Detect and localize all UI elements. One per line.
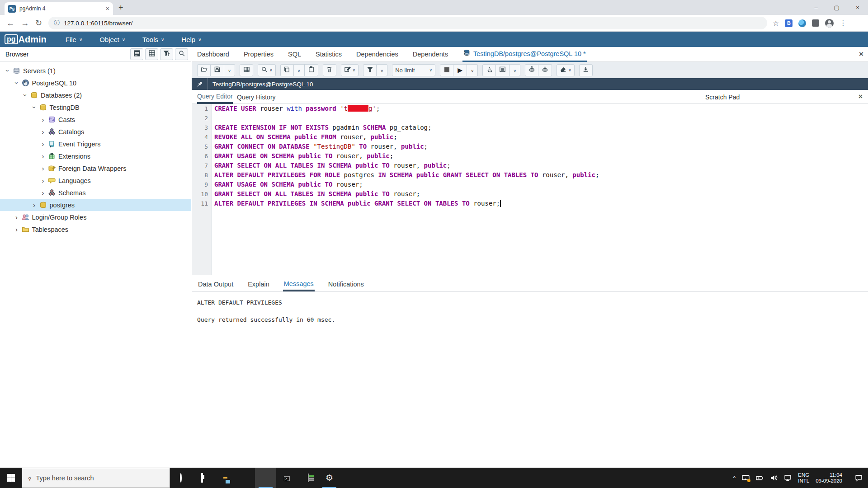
collapse-chevron-icon[interactable]: ›: [13, 80, 20, 86]
edit-button[interactable]: ∨: [341, 64, 359, 76]
output-tab-messages[interactable]: Messages: [283, 277, 315, 291]
collapse-chevron-icon[interactable]: ›: [22, 92, 29, 99]
tab-properties[interactable]: Properties: [244, 51, 274, 58]
expand-chevron-icon[interactable]: ›: [40, 164, 46, 172]
forward-icon[interactable]: →: [21, 19, 29, 28]
expand-chevron-icon[interactable]: ›: [40, 116, 46, 123]
taskbar-terminal-button[interactable]: >_: [276, 468, 297, 488]
cancel-query-button[interactable]: [440, 64, 453, 76]
code-line[interactable]: 10GRANT SELECT ON ALL TABLES IN SCHEMA p…: [192, 189, 701, 199]
taskbar-firefox-button[interactable]: [234, 468, 255, 488]
action-center-icon[interactable]: [855, 474, 863, 482]
clock[interactable]: 11:0409-09-2020: [816, 472, 842, 484]
scratch-pad-divider[interactable]: [701, 90, 701, 275]
explain-button[interactable]: [482, 64, 496, 76]
menu-object[interactable]: Object∨: [99, 36, 125, 43]
tab-statistics[interactable]: Statistics: [316, 51, 342, 58]
tree-item-testingdb[interactable]: ›TestingDB: [0, 101, 191, 113]
paste-button[interactable]: [305, 64, 318, 76]
expand-chevron-icon[interactable]: ›: [40, 152, 46, 160]
tree-item-databases-2-[interactable]: ›Databases (2): [0, 89, 191, 101]
taskbar-explorer-button[interactable]: [212, 468, 234, 488]
execute-button[interactable]: ▶: [453, 64, 467, 76]
hidden-icons-chevron[interactable]: ^: [733, 475, 736, 481]
save-button[interactable]: [211, 64, 224, 76]
menu-help[interactable]: Help∨: [181, 36, 201, 43]
output-tab-explain[interactable]: Explain: [247, 277, 270, 291]
tree-item-languages[interactable]: ›Languages: [0, 174, 191, 187]
scratch-pad-close-icon[interactable]: ×: [859, 93, 863, 101]
code-line[interactable]: 7GRANT SELECT ON ALL TABLES IN SCHEMA pu…: [192, 161, 701, 170]
tab-dashboard[interactable]: Dashboard: [197, 51, 229, 58]
delete-button[interactable]: [323, 64, 336, 76]
expand-chevron-icon[interactable]: ›: [31, 201, 38, 209]
menu-tools[interactable]: Tools∨: [142, 36, 164, 43]
save-options-button[interactable]: ∨: [224, 64, 235, 76]
panel-close-icon[interactable]: ×: [859, 50, 863, 59]
code-line[interactable]: 9GRANT USAGE ON SCHEMA public TO rouser;: [192, 180, 701, 189]
tab-query-history[interactable]: Query History: [237, 90, 276, 104]
expand-chevron-icon[interactable]: ›: [14, 225, 20, 233]
collapse-chevron-icon[interactable]: ›: [4, 68, 12, 74]
menu-kebab-icon[interactable]: ⋮: [840, 19, 847, 27]
download-csv-button[interactable]: [579, 64, 593, 76]
tree-item-casts[interactable]: ›Casts: [0, 113, 191, 126]
code-line[interactable]: 4REVOKE ALL ON SCHEMA public FROM rouser…: [192, 132, 701, 142]
taskbar-taskview-button[interactable]: [191, 468, 212, 488]
tree-item-login-group-roles[interactable]: ›Login/Group Roles: [0, 211, 191, 223]
commit-button[interactable]: [525, 64, 538, 76]
cast-icon[interactable]: [742, 474, 750, 482]
save-data-changes-button[interactable]: [240, 64, 253, 76]
taskbar-chrome-button[interactable]: [255, 468, 276, 488]
clear-button[interactable]: ∨: [557, 64, 575, 76]
row-limit-select[interactable]: No limit∨: [392, 64, 435, 76]
explain-analyze-button[interactable]: [496, 64, 509, 76]
tree-item-extensions[interactable]: ›Extensions: [0, 150, 191, 162]
menu-file[interactable]: File∨: [66, 36, 83, 43]
code-line[interactable]: 6GRANT USAGE ON SCHEMA public TO rouser,…: [192, 151, 701, 161]
expand-chevron-icon[interactable]: ›: [40, 189, 46, 197]
output-tab-data-output[interactable]: Data Output: [197, 277, 234, 291]
expand-chevron-icon[interactable]: ›: [40, 177, 46, 184]
tree-item-catalogs[interactable]: ›Catalogs: [0, 126, 191, 138]
filter-options-button[interactable]: ∨: [377, 64, 387, 76]
code-line[interactable]: 1CREATE USER rouser with password 'tg';: [192, 104, 701, 113]
code-line[interactable]: 2: [192, 113, 701, 123]
taskbar-settings-button[interactable]: ⚙: [319, 468, 340, 488]
extension-puzzle-icon[interactable]: [812, 19, 819, 27]
tab-sql[interactable]: SQL: [288, 51, 301, 58]
expand-chevron-icon[interactable]: ›: [14, 213, 20, 221]
copy-button[interactable]: [280, 64, 294, 76]
tab-dependencies[interactable]: Dependencies: [356, 51, 398, 58]
volume-icon[interactable]: [770, 474, 778, 482]
maximize-button[interactable]: ▢: [826, 0, 847, 15]
explain-options-button[interactable]: ∨: [509, 64, 520, 76]
tree-item-postgresql-10[interactable]: ›PostgreSQL 10: [0, 77, 191, 89]
profile-avatar[interactable]: [825, 19, 834, 28]
tree-state-button[interactable]: [130, 48, 143, 60]
search-tree-button[interactable]: [175, 48, 188, 60]
taskbar-cortana-button[interactable]: [170, 468, 191, 488]
bookmark-star-icon[interactable]: ☆: [773, 19, 779, 28]
copy-options-button[interactable]: ∨: [294, 64, 305, 76]
code-line[interactable]: 8ALTER DEFAULT PRIVILEGES FOR ROLE postg…: [192, 170, 701, 180]
open-file-button[interactable]: [197, 64, 211, 76]
tab-query-editor[interactable]: Query Editor: [197, 90, 233, 104]
close-button[interactable]: ×: [847, 0, 868, 15]
tree-item-foreign-data-wrappers[interactable]: ›Foreign Data Wrappers: [0, 162, 191, 174]
collapse-chevron-icon[interactable]: ›: [30, 104, 38, 111]
site-info-icon[interactable]: ⓘ: [54, 19, 60, 27]
extension-globe-icon[interactable]: [798, 19, 806, 27]
battery-icon[interactable]: [756, 474, 764, 482]
code-line[interactable]: 11ALTER DEFAULT PRIVILEGES IN SCHEMA pub…: [192, 199, 701, 208]
rollback-button[interactable]: [538, 64, 552, 76]
expand-chevron-icon[interactable]: ›: [40, 128, 46, 136]
minimize-button[interactable]: –: [806, 0, 826, 15]
execute-options-button[interactable]: ∨: [467, 64, 478, 76]
find-button[interactable]: ∨: [258, 64, 276, 76]
grid-view-button[interactable]: [145, 48, 158, 60]
start-button[interactable]: [0, 468, 22, 488]
tree-item-tablespaces[interactable]: ›Tablespaces: [0, 223, 191, 235]
tab-dependents[interactable]: Dependents: [413, 51, 448, 58]
back-icon[interactable]: ←: [6, 19, 14, 28]
